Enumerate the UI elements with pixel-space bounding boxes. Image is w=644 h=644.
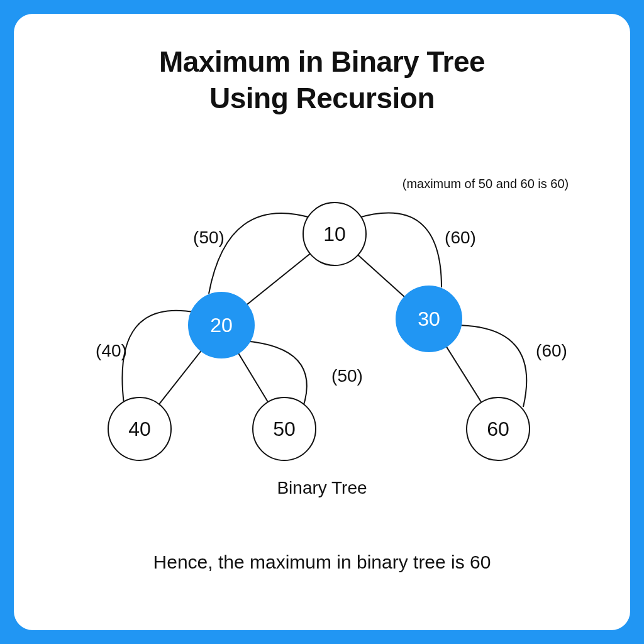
arc-right-rr xyxy=(454,325,526,407)
arc-root-left xyxy=(209,213,313,294)
label-root-right: (60) xyxy=(445,228,476,247)
label-root-left: (50) xyxy=(193,228,225,247)
node-right-label: 30 xyxy=(418,308,440,330)
arc-left-ll xyxy=(122,311,196,404)
node-lr-label: 50 xyxy=(273,418,296,440)
diagram-card: Maximum in Binary Tree Using Recursion xyxy=(14,14,630,630)
label-left-lr: (50) xyxy=(331,366,363,386)
node-ll-label: 40 xyxy=(128,418,151,440)
title-line-2: Using Recursion xyxy=(209,82,435,114)
arc-root-right xyxy=(357,213,441,287)
diagram-caption: Binary Tree xyxy=(14,478,630,498)
label-left-ll: (40) xyxy=(96,341,127,360)
page-title: Maximum in Binary Tree Using Recursion xyxy=(14,44,630,116)
top-note: (maximum of 50 and 60 is 60) xyxy=(402,177,569,191)
arc-left-lr xyxy=(243,341,307,407)
title-line-1: Maximum in Binary Tree xyxy=(159,45,485,78)
node-left-label: 20 xyxy=(210,314,233,336)
conclusion-text: Hence, the maximum in binary tree is 60 xyxy=(14,552,630,573)
node-root-label: 10 xyxy=(323,223,346,245)
node-rr-label: 60 xyxy=(487,418,509,440)
tree-diagram: 10 20 30 40 50 60 (50) (60) (40) (50) (6… xyxy=(14,177,630,479)
label-right-rr: (60) xyxy=(536,341,567,360)
